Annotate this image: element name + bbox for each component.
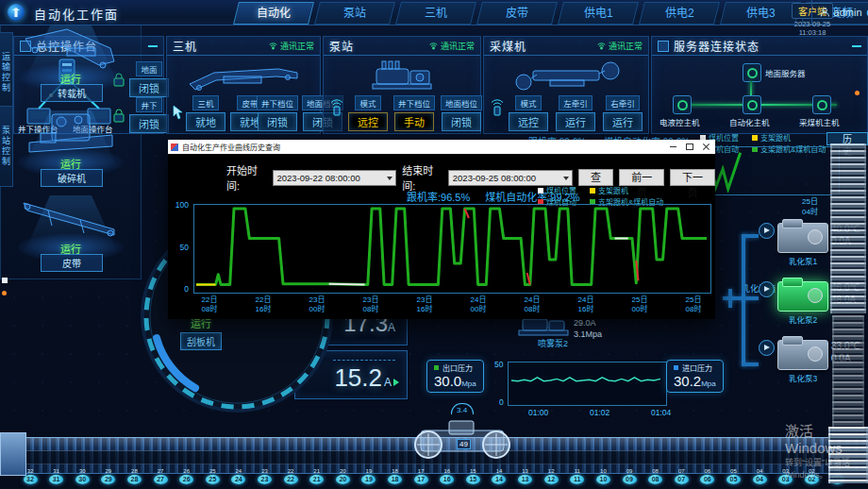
pump-underground-gear-button[interactable]: 手动 [394,112,434,131]
user-icon [820,7,830,18]
support-09[interactable]: 0909 [622,468,637,484]
support-18[interactable]: 1818 [388,468,403,484]
pump-image [777,223,828,253]
close-button[interactable] [698,140,715,154]
scraper-button[interactable]: 刮板机 [180,332,222,350]
pressure-xtick: 01:00 [528,408,548,417]
server-node-hydraulic [673,95,692,114]
pump-mode-button[interactable]: 远控 [348,112,388,131]
support-12[interactable]: 1212 [543,468,559,484]
support-30[interactable]: 3030 [75,468,90,484]
play-icon[interactable] [759,281,775,297]
pressure-xtick: 01:04 [651,408,671,417]
prev-page-button[interactable]: 前一页 [619,169,664,186]
support-13[interactable]: 1313 [518,468,533,484]
outlet-unit: Mpa [461,379,476,388]
inlet-label: 进口压力 [682,363,712,373]
ctl-tag: 井下档位 [393,95,435,110]
equipment-name-button[interactable]: 转载机 [41,84,103,102]
minimize-button[interactable] [664,140,681,154]
net-line [750,81,752,96]
support-11[interactable]: 1111 [570,468,585,484]
support-15[interactable]: 1515 [465,468,480,484]
antenna-icon [269,42,277,50]
hydraulic-support-strip-top [830,143,866,313]
support-16[interactable]: 1616 [440,468,455,484]
pump-ground-gear-button[interactable]: 闭锁 [442,112,481,131]
watermark-line2: 转到“设置”以激活 Windows。 [785,456,868,481]
support-23[interactable]: 2323 [257,468,272,484]
maximize-button[interactable] [681,140,698,154]
pipe-stub [742,296,759,300]
support-19[interactable]: 1919 [361,468,376,484]
next-page-button[interactable]: 下一页 [670,169,715,186]
support-17[interactable]: 1717 [413,468,428,484]
support-25[interactable]: 2525 [205,468,220,484]
play-icon[interactable] [759,340,775,356]
dialog-titlebar[interactable]: 自动化生产作业曲线历史查询 [168,140,715,154]
support-10[interactable]: 1010 [595,468,610,484]
ctl-tag: 井下档位 [257,95,298,110]
tab-三机[interactable]: 三机 [395,2,476,25]
start-time-input[interactable]: 2023-09-22 08:00:00 [273,170,397,186]
tab-自动化[interactable]: 自动化 [233,2,314,25]
support-24[interactable]: 2424 [231,468,246,484]
right-haul-button[interactable]: 运行 [603,112,643,131]
left-haul-button[interactable]: 运行 [556,112,595,131]
equipment-name-button[interactable]: 破碎机 [41,169,103,187]
comm-status-label: 通讯正常 [280,40,314,52]
dialog-xtick: 25日00时 [624,295,656,314]
dialog-xtick: 23日00时 [301,295,333,314]
underground-gear-button[interactable]: 闭锁 [258,112,297,131]
equipment-item-transfer[interactable]: 运行 转载机 [1,22,141,105]
support-07[interactable]: 0707 [674,468,689,484]
query-button[interactable]: 查询 [578,169,614,186]
comm-status: 通讯正常 [429,40,475,52]
sanji-local-button[interactable]: 就地 [186,112,225,131]
ctl-tag: 右牵引 [606,95,640,110]
support-28[interactable]: 2828 [126,468,142,484]
dialog-xtick: 24日00时 [462,295,494,314]
play-icon[interactable] [759,223,775,239]
support-number-row: 3232313130302929282827272626252524242323… [23,468,845,484]
ctl-tag: 模式 [355,95,380,110]
dialog-app-icon [171,143,178,151]
pipe-branch [728,289,732,308]
support-27[interactable]: 2727 [153,468,168,484]
tab-皮带[interactable]: 皮带 [476,2,558,25]
support-14[interactable]: 1414 [492,468,507,484]
username: admin [834,7,862,18]
support-29[interactable]: 2929 [101,468,116,484]
belt-current-unit: A [384,376,392,389]
support-08[interactable]: 0808 [648,468,663,484]
collapse-icon[interactable] [852,45,861,47]
spray-pump-name: 喷雾泵2 [538,337,568,349]
support-31[interactable]: 3131 [49,468,64,484]
support-21[interactable]: 2121 [309,468,325,484]
legend-item: 煤机位置 [538,185,576,195]
collapse-icon[interactable] [148,45,158,47]
support-04[interactable]: 0404 [752,468,767,484]
equipment-name-button[interactable]: 皮带 [41,254,103,272]
support-20[interactable]: 2020 [335,468,350,484]
support-22[interactable]: 2222 [283,468,298,484]
comm-status: 通讯正常 [597,40,643,52]
tab-供电1[interactable]: 供电1 [558,2,639,25]
pump-name: 乳化泵1 [777,255,828,266]
pressure-chart [508,362,667,406]
scraper-current-unit: A [388,321,395,334]
support-05[interactable]: 0505 [726,468,741,484]
support-26[interactable]: 2626 [179,468,194,484]
marker-dot [2,291,7,295]
tab-供电2[interactable]: 供电2 [639,2,720,25]
inlet-pressure-badge: 进口压力 30.2Mpa [666,360,724,393]
support-32[interactable]: 3232 [23,468,38,484]
tab-泵站[interactable]: 泵站 [314,2,395,25]
network-icon [658,41,669,52]
outlet-label: 出口压力 [442,363,473,373]
end-time-input[interactable]: 2023-09-25 08:00:00 [448,170,573,186]
equipment-item-crusher[interactable]: 运行 破碎机 [1,107,141,190]
support-06[interactable]: 0606 [700,468,715,484]
shearer-mode-button[interactable]: 远控 [509,112,548,131]
equipment-item-belt[interactable]: 运行 皮带 [1,192,141,275]
